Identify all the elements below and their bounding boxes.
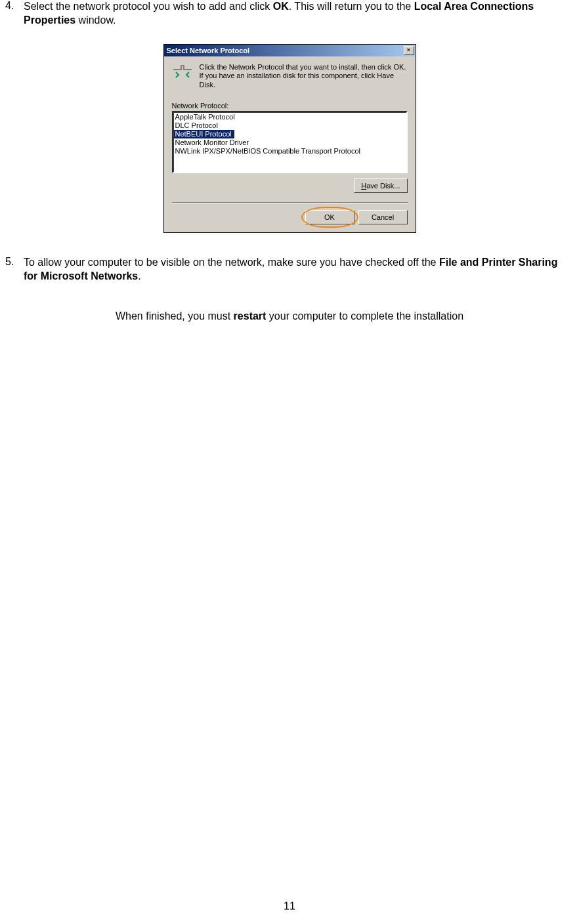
list-item[interactable]: Network Monitor Driver: [174, 138, 406, 147]
titlebar: Select Network Protocol ×: [164, 45, 416, 56]
have-disk-accel: H: [361, 182, 366, 190]
have-disk-button[interactable]: Have Disk...: [354, 178, 407, 193]
dialog-instruction: Click the Network Protocol that you want…: [200, 63, 408, 90]
protocol-listbox[interactable]: AppleTalk Protocol DLC Protocol NetBEUI …: [172, 111, 408, 173]
close-icon: ×: [407, 47, 410, 53]
dialog-body: Click the Network Protocol that you want…: [164, 56, 416, 232]
network-protocol-icon: [172, 63, 193, 81]
step-5: 5. To allow your computer to be visible …: [5, 256, 574, 284]
ok-button[interactable]: OK: [305, 210, 354, 224]
page-number: 11: [0, 900, 579, 912]
restart-note: When finished, you must restart your com…: [5, 310, 574, 322]
have-disk-row: Have Disk...: [172, 178, 408, 193]
note-b1: restart: [234, 310, 267, 322]
step-5-number: 5.: [5, 256, 24, 284]
instruction-row: Click the Network Protocol that you want…: [172, 63, 408, 90]
list-item[interactable]: DLC Protocol: [174, 121, 406, 130]
list-item[interactable]: AppleTalk Protocol: [174, 113, 406, 121]
step-5-t2: .: [138, 270, 140, 282]
list-item[interactable]: NWLink IPX/SPX/NetBIOS Compatible Transp…: [174, 147, 406, 156]
step-4-t2: . This will return you to the: [289, 1, 414, 12]
step-4: 4. Select the network protocol you wish …: [5, 0, 574, 28]
step-4-text: Select the network protocol you wish to …: [24, 0, 574, 28]
close-button[interactable]: ×: [404, 46, 414, 55]
list-item-selected[interactable]: NetBEUI Protocol: [174, 130, 234, 138]
step-4-number: 4.: [5, 0, 24, 28]
step-4-b1: OK: [273, 1, 289, 12]
ok-cancel-row: OK Cancel: [172, 210, 408, 224]
step-4-t3: window.: [75, 14, 116, 26]
list-label: Network Protocol:: [172, 102, 408, 110]
cancel-button[interactable]: Cancel: [358, 210, 408, 224]
note-t2: your computer to complete the installati…: [266, 310, 463, 322]
step-4-t1: Select the network protocol you wish to …: [24, 1, 273, 12]
dialog-title: Select Network Protocol: [167, 47, 250, 54]
step-5-t1: To allow your computer to be visible on …: [24, 257, 439, 268]
separator: [172, 202, 408, 203]
have-disk-rest: ave Disk...: [366, 182, 400, 190]
ok-highlight-circle: OK: [305, 210, 354, 224]
step-5-text: To allow your computer to be visible on …: [24, 256, 574, 284]
dialog-wrapper: Select Network Protocol × Click the Netw…: [5, 44, 574, 233]
select-network-protocol-dialog: Select Network Protocol × Click the Netw…: [163, 44, 416, 233]
note-t1: When finished, you must: [116, 310, 234, 322]
